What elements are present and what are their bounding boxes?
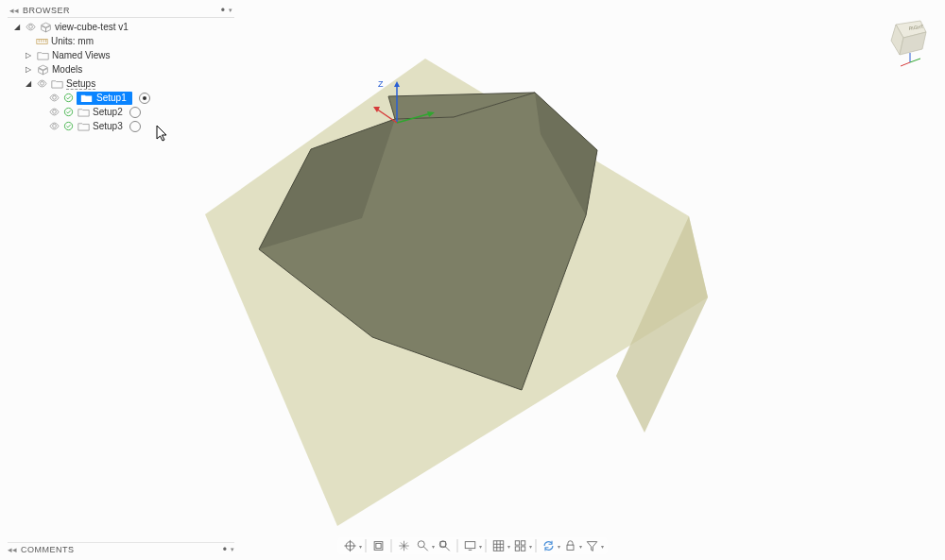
- chevron-down-icon[interactable]: ▾: [229, 7, 232, 14]
- triangle-expanded-icon[interactable]: ◢: [24, 79, 33, 89]
- triangle-collapsed-icon[interactable]: ▷: [24, 65, 33, 75]
- setup-icon: [79, 93, 93, 104]
- browser-title: BROWSER: [23, 6, 217, 15]
- collapse-icon[interactable]: ◂◂: [9, 6, 19, 15]
- tree-item-label: Named Views: [52, 50, 111, 60]
- setup-icon: [77, 107, 90, 118]
- tree-item-label: Units: mm: [51, 36, 94, 46]
- browser-panel: ◂◂ BROWSER • ▾ ◢ view-cube-test v1 Units…: [8, 4, 234, 133]
- svg-point-21: [64, 108, 72, 115]
- eye-icon[interactable]: [48, 121, 60, 132]
- triangle-expanded-icon[interactable]: ◢: [12, 23, 22, 32]
- tree-item-label: Setup3: [93, 121, 123, 131]
- tree-item-root[interactable]: ◢ view-cube-test v1: [8, 20, 234, 34]
- active-radio[interactable]: [129, 107, 141, 118]
- check-icon[interactable]: [62, 93, 74, 104]
- setup-folder-icon: [50, 78, 63, 90]
- eye-icon[interactable]: [48, 93, 60, 104]
- browser-tree: ◢ view-cube-test v1 Units: mm ▷ Named: [8, 20, 234, 133]
- active-radio[interactable]: [139, 93, 150, 104]
- svg-text:Z: Z: [378, 79, 384, 89]
- svg-point-22: [64, 122, 72, 129]
- tree-item-setups[interactable]: ◢ Setups: [8, 76, 234, 91]
- tree-item-label: Setup1: [96, 93, 127, 103]
- tree-item-models[interactable]: ▷ Models: [8, 62, 234, 76]
- tree-item-label: Setups: [66, 78, 95, 90]
- mouse-cursor-icon: [156, 125, 171, 145]
- browser-panel-header[interactable]: ◂◂ BROWSER • ▾: [8, 4, 234, 18]
- eye-icon[interactable]: [25, 22, 36, 33]
- active-radio[interactable]: [129, 121, 141, 132]
- tree-item-setup1[interactable]: Setup1: [8, 91, 234, 105]
- tree-item-label: Models: [52, 64, 82, 75]
- setup-icon: [77, 121, 90, 132]
- tree-item-setup3[interactable]: Setup3: [8, 119, 234, 133]
- folder-icon: [36, 50, 49, 61]
- check-icon[interactable]: [62, 121, 74, 132]
- component-icon: [39, 22, 52, 33]
- tree-item-setup2[interactable]: Setup2: [8, 105, 234, 119]
- triangle-collapsed-icon[interactable]: ▷: [24, 51, 33, 60]
- eye-icon[interactable]: [36, 78, 47, 90]
- tree-item-named-views[interactable]: ▷ Named Views: [8, 48, 234, 62]
- component-icon: [36, 64, 49, 76]
- tree-item-label: view-cube-test v1: [55, 22, 129, 32]
- eye-icon[interactable]: [48, 107, 60, 118]
- tree-item-label: Setup2: [93, 107, 123, 117]
- check-icon[interactable]: [62, 107, 74, 118]
- svg-point-20: [64, 93, 72, 101]
- ruler-icon: [35, 36, 48, 47]
- tree-item-units[interactable]: Units: mm: [8, 34, 234, 48]
